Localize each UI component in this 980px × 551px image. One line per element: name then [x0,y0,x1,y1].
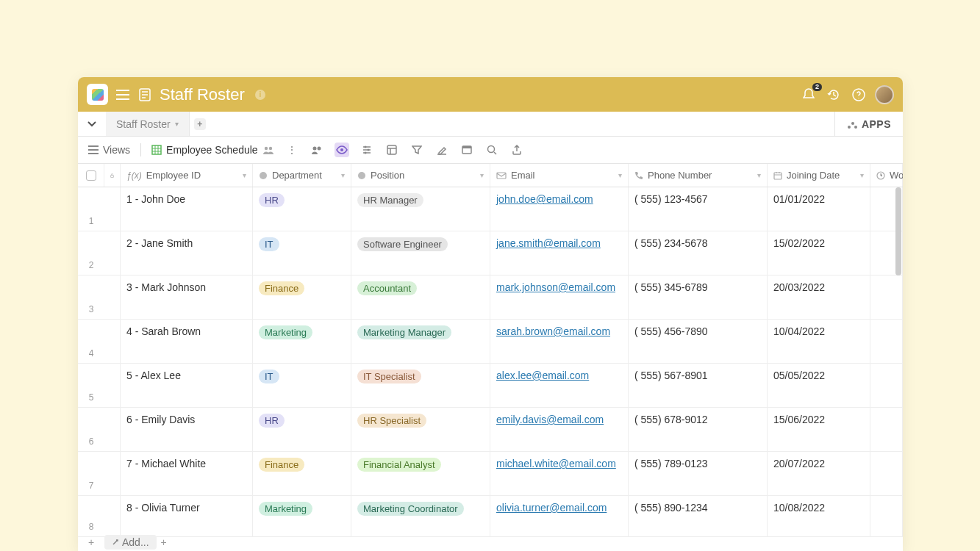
sliders-icon[interactable] [360,143,374,157]
cell-date[interactable]: 15/06/2022 [768,408,870,451]
cell-position[interactable]: HR Specialist [351,408,490,451]
cell-employee-id[interactable]: 5 - Alex Lee [121,364,253,407]
info-icon[interactable]: i [255,90,265,100]
chevron-down-icon[interactable]: ▾ [757,171,761,179]
cell-position[interactable]: Marketing Manager [351,320,490,363]
cell-position[interactable]: Marketing Coordinator [351,496,490,536]
cell-department[interactable]: Finance [253,452,351,495]
col-employee-id[interactable]: ƒ(x) Employee ID ▾ [121,164,253,187]
cell-employee-id[interactable]: 7 - Michael White [121,452,253,495]
cell-phone[interactable]: ( 555) 234-5678 [629,231,768,275]
cell-email[interactable]: john.doe@email.com [490,187,629,231]
cell-department[interactable]: IT [253,364,351,407]
cell-email[interactable]: sarah.brown@email.com [490,320,629,363]
cell-email[interactable]: emily.davis@email.com [490,408,629,451]
cell-position[interactable]: IT Specialist [351,364,490,407]
document-title[interactable]: Staff Roster [160,85,245,104]
cell-email[interactable]: mark.johnson@email.com [490,276,629,319]
cell-date[interactable]: 15/02/2022 [768,231,870,275]
add-tab-button[interactable]: + [190,112,210,136]
color-icon[interactable] [434,143,449,157]
apps-button[interactable]: APPS [834,112,903,136]
eye-icon[interactable] [335,143,349,157]
cell-date[interactable]: 01/01/2022 [768,187,870,231]
cell-email[interactable]: alex.lee@email.com [490,364,629,407]
table-row[interactable]: 44 - Sarah BrownMarketingMarketing Manag… [78,320,903,364]
table-row[interactable]: 55 - Alex LeeITIT Specialistalex.lee@ema… [78,364,903,408]
chevron-down-icon[interactable]: ▾ [618,171,622,179]
cell-email[interactable]: olivia.turner@email.com [490,496,629,536]
cell-employee-id[interactable]: 1 - John Doe [121,187,253,231]
svg-point-20 [358,172,365,179]
cell-phone[interactable]: ( 555) 345-6789 [629,276,768,319]
card-icon[interactable] [459,143,474,157]
cell-phone[interactable]: ( 555) 890-1234 [629,496,768,536]
menu-icon[interactable] [115,87,130,102]
cell-position[interactable]: Financial Analyst [351,452,490,495]
cell-employee-id[interactable]: 4 - Sarah Brown [121,320,253,363]
cell-phone[interactable]: ( 555) 567-8901 [629,364,768,407]
export-icon[interactable] [509,143,524,157]
col-phone[interactable]: Phone Number ▾ [629,164,768,187]
cell-employee-id[interactable]: 2 - Jane Smith [121,231,253,275]
fields-icon[interactable] [385,143,399,157]
chevron-down-icon[interactable]: ▾ [860,171,864,179]
history-icon[interactable] [825,86,843,104]
cell-employee-id[interactable]: 6 - Emily Davis [121,408,253,451]
notifications-icon[interactable]: 2 [800,86,818,104]
cell-email[interactable]: jane.smith@email.com [490,231,629,275]
cell-employee-id[interactable]: 8 - Olivia Turner [121,496,253,536]
cell-department[interactable]: Marketing [253,320,351,363]
tab-staff-roster[interactable]: Staff Roster ▾ [106,112,190,136]
cell-date[interactable]: 10/04/2022 [768,320,870,363]
cell-phone[interactable]: ( 555) 789-0123 [629,452,768,495]
cell-phone[interactable]: ( 555) 456-7890 [629,320,768,363]
user-avatar[interactable] [875,85,894,104]
more-icon[interactable]: ⋮ [285,143,299,157]
cell-department[interactable]: Finance [253,276,351,319]
search-icon[interactable] [484,143,499,157]
row-number: 5 [78,364,104,407]
cell-department[interactable]: IT [253,231,351,275]
table-row[interactable]: 77 - Michael WhiteFinanceFinancial Analy… [78,452,903,496]
vertical-scrollbar[interactable] [895,187,901,551]
cell-department[interactable]: HR [253,408,351,451]
cell-department[interactable]: HR [253,187,351,231]
cell-position[interactable]: HR Manager [351,187,490,231]
cell-position[interactable]: Accountant [351,276,490,319]
chevron-down-icon[interactable]: ▾ [243,171,246,179]
col-email[interactable]: Email ▾ [490,164,629,187]
chevron-down-icon[interactable]: ▾ [480,171,484,179]
col-partial[interactable]: Wo [870,164,903,187]
chevron-down-icon[interactable]: ▾ [341,171,345,179]
table-row[interactable]: 22 - Jane SmithITSoftware Engineerjane.s… [78,231,903,276]
add-column-plus[interactable]: + [161,536,167,548]
view-name[interactable]: Employee Schedule [151,144,274,156]
col-joining-date[interactable]: Joining Date ▾ [768,164,870,187]
cell-position[interactable]: Software Engineer [351,231,490,275]
table-row[interactable]: 11 - John DoeHRHR Managerjohn.doe@email.… [78,187,903,231]
sheets-dropdown[interactable] [78,112,106,136]
share-icon[interactable] [310,143,324,157]
cell-employee-id[interactable]: 3 - Mark Johnson [121,276,253,319]
cell-date[interactable]: 05/05/2022 [768,364,870,407]
filter-icon[interactable] [409,143,424,157]
cell-phone[interactable]: ( 555) 123-4567 [629,187,768,231]
cell-department[interactable]: Marketing [253,496,351,536]
table-row[interactable]: 33 - Mark JohnsonFinanceAccountantmark.j… [78,276,903,320]
col-department[interactable]: Department ▾ [253,164,351,187]
table-row[interactable]: 66 - Emily DavisHRHR Specialistemily.dav… [78,408,903,452]
cell-date[interactable]: 20/07/2022 [768,452,870,495]
cell-email[interactable]: michael.white@email.com [490,452,629,495]
help-icon[interactable] [850,86,868,104]
add-row-button[interactable]: Add... [104,535,157,550]
cell-phone[interactable]: ( 555) 678-9012 [629,408,768,451]
app-logo[interactable] [87,84,108,105]
views-button[interactable]: Views [88,144,130,156]
table-row[interactable]: 88 - Olivia TurnerMarketingMarketing Coo… [78,496,903,537]
col-position[interactable]: Position ▾ [351,164,490,187]
select-all-checkbox[interactable] [78,164,104,187]
cell-date[interactable]: 10/08/2022 [768,496,870,536]
cell-date[interactable]: 20/03/2022 [768,276,870,319]
add-row-plus[interactable]: + [78,536,104,548]
